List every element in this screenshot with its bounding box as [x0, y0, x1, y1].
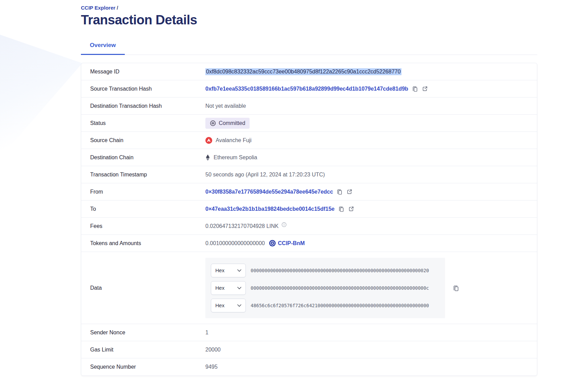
breadcrumb-separator: / [117, 5, 118, 11]
row-status: Status Committed [81, 115, 537, 132]
row-source-chain: Source Chain Avalanche Fuji [81, 132, 537, 149]
field-label: Gas Limit [90, 347, 205, 353]
copy-icon[interactable] [336, 188, 343, 195]
transaction-details-card: Message ID 0xf8dc098c832332ac59ccc73ee00… [81, 63, 537, 376]
sender-nonce-value: 1 [205, 330, 208, 336]
field-label: Data [90, 285, 205, 291]
hex-encoding-select[interactable]: Hex [211, 264, 246, 277]
external-link-icon[interactable] [348, 206, 355, 212]
hex-data-line: 0000000000000000000000000000000000000000… [251, 285, 429, 291]
chevron-down-icon [237, 287, 241, 289]
field-label: Destination Transaction Hash [90, 103, 205, 109]
transaction-details-page: CCIP Explorer/ Transaction Details Overv… [0, 0, 588, 376]
tab-overview[interactable]: Overview [81, 42, 125, 55]
field-label: Sequence Number [90, 364, 205, 370]
data-line: Hex 000000000000000000000000000000000000… [211, 281, 440, 295]
data-line: Hex 000000000000000000000000000000000000… [211, 264, 440, 277]
token-name-link[interactable]: CCIP-BnM [278, 240, 305, 246]
row-from: From 0×30f8358a7e17765894de55e294a78ee64… [81, 183, 537, 200]
field-label: Tokens and Amounts [90, 240, 205, 246]
field-label: Source Transaction Hash [90, 86, 205, 92]
message-id-value: 0xf8dc098c832332ac59ccc73ee00b480975d8f1… [205, 68, 401, 75]
source-transaction-hash-link[interactable]: 0xfb7e1eea5335c018589166b1ac597b618a9289… [205, 86, 408, 92]
external-link-icon[interactable] [422, 85, 428, 92]
field-label: To [90, 206, 205, 212]
hex-data-line: 0000000000000000000000000000000000000000… [251, 268, 429, 273]
ethereum-sepolia-icon [205, 154, 210, 161]
breadcrumb: CCIP Explorer/ [81, 5, 588, 11]
hex-select-label: Hex [215, 267, 225, 273]
row-fees: Fees 0.020647132170704928 LINK [81, 218, 537, 235]
field-label: Transaction Timestamp [90, 172, 205, 178]
chevron-down-icon [237, 304, 241, 307]
data-hex-box: Hex 000000000000000000000000000000000000… [205, 258, 445, 318]
tab-bar: Overview [81, 42, 537, 55]
committed-status-icon [210, 120, 216, 126]
row-data: Data Hex 0000000000000000000000000000000… [81, 252, 537, 324]
row-destination-transaction-hash: Destination Transaction Hash Not yet ava… [81, 97, 537, 115]
field-label: Sender Nonce [90, 330, 205, 336]
hex-encoding-select[interactable]: Hex [211, 281, 246, 295]
copy-icon[interactable] [412, 85, 418, 92]
row-tokens-and-amounts: Tokens and Amounts 0.001000000000000000 … [81, 235, 537, 252]
page-title: Transaction Details [81, 13, 588, 27]
external-link-icon[interactable] [346, 188, 353, 195]
hex-data-line: 48656c6c6f20576f726c64210000000000000000… [251, 303, 429, 308]
info-icon[interactable] [281, 222, 287, 227]
field-label: Source Chain [90, 137, 205, 143]
row-destination-chain: Destination Chain Ethereum Sepolia [81, 149, 537, 166]
hex-select-label: Hex [215, 285, 225, 291]
source-chain-name: Avalanche Fuji [216, 137, 252, 143]
sequence-number-value: 9495 [205, 364, 218, 370]
field-label: Status [90, 120, 205, 126]
from-address-link[interactable]: 0×30f8358a7e17765894de55e294a78ee645e7ed… [205, 189, 333, 195]
status-badge-label: Committed [219, 120, 245, 126]
gas-limit-value: 20000 [205, 347, 221, 353]
data-line: Hex 48656c6c6f20576f726c6421000000000000… [211, 299, 440, 312]
status-badge: Committed [205, 118, 250, 129]
copy-icon[interactable] [453, 285, 459, 291]
destination-transaction-hash-value: Not yet available [205, 103, 246, 109]
ccip-bnm-token-icon [269, 240, 276, 246]
field-label: Message ID [90, 69, 205, 75]
transaction-timestamp-value: 50 seconds ago (April 12, 2024 at 17:20:… [205, 172, 325, 178]
row-message-id: Message ID 0xf8dc098c832332ac59ccc73ee00… [81, 63, 537, 80]
copy-icon[interactable] [338, 206, 345, 212]
token-amount: 0.001000000000000000 [205, 240, 265, 246]
row-to: To 0×47eaa31c9e2b1b1ba19824bedcbe0014c15… [81, 200, 537, 218]
row-gas-limit: Gas Limit 20000 [81, 341, 537, 358]
fees-value: 0.020647132170704928 LINK [205, 223, 279, 229]
avalanche-fuji-icon [205, 137, 212, 144]
field-label: From [90, 189, 205, 195]
row-transaction-timestamp: Transaction Timestamp 50 seconds ago (Ap… [81, 166, 537, 183]
breadcrumb-link-ccip-explorer[interactable]: CCIP Explorer [81, 5, 116, 11]
field-label: Fees [90, 223, 205, 229]
row-source-transaction-hash: Source Transaction Hash 0xfb7e1eea5335c0… [81, 80, 537, 97]
chevron-down-icon [237, 269, 241, 272]
hex-encoding-select[interactable]: Hex [211, 299, 246, 312]
to-address-link[interactable]: 0×47eaa31c9e2b1b1ba19824bedcbe0014c15df1… [205, 206, 335, 212]
field-label: Destination Chain [90, 154, 205, 161]
hex-select-label: Hex [215, 302, 225, 308]
row-sequence-number: Sequence Number 9495 [81, 358, 537, 376]
destination-chain-name: Ethereum Sepolia [214, 154, 257, 161]
row-sender-nonce: Sender Nonce 1 [81, 324, 537, 341]
